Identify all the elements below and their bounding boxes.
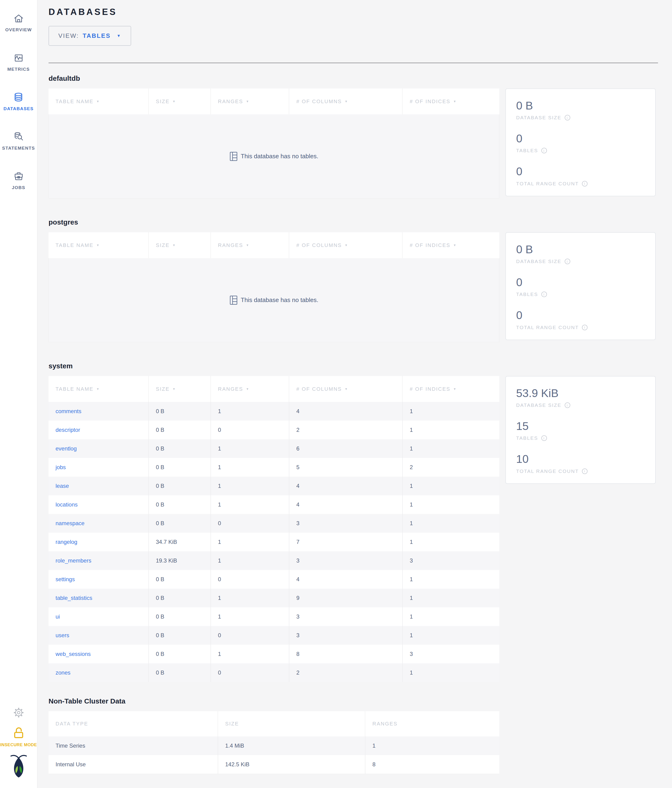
info-icon[interactable]	[582, 325, 588, 330]
table-name-link[interactable]: table_statistics	[55, 595, 92, 601]
size-cell: 0 B	[149, 477, 211, 495]
home-icon	[13, 13, 24, 24]
info-icon[interactable]	[541, 148, 547, 153]
no-tables-icon	[230, 151, 238, 161]
tables-table: TABLE NAME SIZE RANGES # OF COLUMNS # OF…	[49, 89, 499, 199]
table-name-link[interactable]: web_sessions	[55, 651, 91, 657]
table-name-cell: role_members	[49, 551, 149, 570]
table-name-link[interactable]: eventlog	[55, 445, 77, 452]
cockroachdb-logo[interactable]	[10, 755, 28, 778]
num-columns-cell: 3	[289, 551, 403, 570]
size-cell: 0 B	[149, 589, 211, 607]
table-name-link[interactable]: lease	[55, 483, 69, 489]
column-header-table-name[interactable]: TABLE NAME	[49, 89, 149, 114]
table-row: namespace 0 B 0 3 1	[49, 514, 499, 533]
table-name-link[interactable]: namespace	[55, 520, 84, 527]
info-icon[interactable]	[582, 181, 588, 186]
sidebar: OVERVIEW METRICS DATABASES	[0, 0, 37, 788]
info-icon[interactable]	[565, 402, 570, 408]
column-header-size[interactable]: SIZE	[149, 376, 211, 402]
column-header-num-indices[interactable]: # OF INDICES	[403, 376, 499, 402]
size-cell: 0 B	[149, 626, 211, 645]
stat-label: DATABASE SIZE	[516, 402, 561, 408]
database-name-heading: system	[49, 362, 658, 370]
size-cell: 0 B	[149, 421, 211, 439]
num-columns-cell: 9	[289, 589, 403, 607]
table-row: jobs 0 B 1 5 2	[49, 458, 499, 477]
column-header-ranges: RANGES	[365, 711, 499, 736]
num-columns-cell: 6	[289, 439, 403, 458]
num-indices-cell: 1	[403, 439, 499, 458]
stat-total-range-count: 0 TOTAL RANGE COUNT	[516, 165, 645, 186]
column-header-size[interactable]: SIZE	[149, 232, 211, 258]
sidebar-item-databases[interactable]: DATABASES	[3, 92, 33, 111]
num-columns-cell: 2	[289, 663, 403, 682]
size-cell: 0 B	[149, 645, 211, 663]
column-header-num-columns[interactable]: # OF COLUMNS	[289, 376, 403, 402]
table-name-link[interactable]: zones	[55, 669, 70, 676]
statements-icon	[13, 131, 24, 142]
sort-caret-icon	[345, 387, 348, 391]
settings-gear-icon[interactable]	[13, 707, 25, 720]
stat-tables: 0 TABLES	[516, 276, 645, 297]
sidebar-item-statements[interactable]: STATEMENTS	[2, 131, 35, 151]
info-icon[interactable]	[541, 435, 547, 441]
non-table-heading: Non-Table Cluster Data	[49, 697, 658, 705]
table-name-cell: jobs	[49, 458, 149, 477]
info-icon[interactable]	[565, 115, 570, 121]
ranges-cell: 0	[211, 421, 289, 439]
table-row: lease 0 B 1 4 1	[49, 477, 499, 495]
sort-caret-icon	[173, 243, 176, 247]
num-indices-cell: 1	[403, 514, 499, 533]
stat-label: TOTAL RANGE COUNT	[516, 469, 578, 474]
num-indices-cell: 1	[403, 402, 499, 421]
stats-card: 0 B DATABASE SIZE 0 TABLES 0 TOTAL RANGE…	[506, 232, 656, 340]
system-tables-body: comments 0 B 1 4 1 descriptor 0 B 0 2 1	[49, 402, 499, 682]
table-name-link[interactable]: ui	[55, 613, 60, 620]
column-header-num-columns[interactable]: # OF COLUMNS	[289, 232, 403, 258]
sidebar-item-metrics[interactable]: METRICS	[8, 52, 30, 72]
column-header-ranges[interactable]: RANGES	[211, 232, 289, 258]
column-header-table-name[interactable]: TABLE NAME	[49, 232, 149, 258]
stat-value: 0	[516, 309, 645, 322]
column-header-table-name[interactable]: TABLE NAME	[49, 376, 149, 402]
table-name-link[interactable]: settings	[55, 576, 75, 583]
column-header-ranges[interactable]: RANGES	[211, 89, 289, 114]
stat-value: 15	[516, 420, 645, 432]
table-name-link[interactable]: jobs	[55, 464, 66, 470]
num-columns-cell: 3	[289, 626, 403, 645]
table-row: zones 0 B 0 2 1	[49, 663, 499, 682]
table-name-cell: locations	[49, 495, 149, 514]
sidebar-item-label: JOBS	[12, 185, 25, 190]
stat-tables: 0 TABLES	[516, 132, 645, 153]
info-icon[interactable]	[565, 259, 570, 264]
ranges-cell: 0	[211, 514, 289, 533]
column-header-num-indices[interactable]: # OF INDICES	[403, 232, 499, 258]
column-header-ranges[interactable]: RANGES	[211, 376, 289, 402]
stat-database-size: 0 B DATABASE SIZE	[516, 243, 645, 264]
info-icon[interactable]	[541, 292, 547, 297]
table-row: web_sessions 0 B 1 8 3	[49, 645, 499, 663]
ranges-cell: 1	[211, 439, 289, 458]
table-name-link[interactable]: locations	[55, 501, 78, 508]
table-name-link[interactable]: rangelog	[55, 539, 77, 545]
column-header-num-columns[interactable]: # OF COLUMNS	[289, 89, 403, 114]
size-cell: 0 B	[149, 495, 211, 514]
tables-table: TABLE NAME SIZE RANGES # OF COLUMNS # OF…	[49, 376, 499, 682]
stat-total-range-count: 0 TOTAL RANGE COUNT	[516, 309, 645, 330]
column-header-num-indices[interactable]: # OF INDICES	[403, 89, 499, 114]
table-name-link[interactable]: comments	[55, 408, 81, 415]
no-tables-icon	[230, 295, 238, 305]
table-name-link[interactable]: descriptor	[55, 427, 80, 433]
table-name-link[interactable]: role_members	[55, 558, 91, 564]
view-dropdown[interactable]: VIEW: TABLES	[49, 26, 131, 46]
table-name-cell: eventlog	[49, 439, 149, 458]
num-indices-cell: 1	[403, 477, 499, 495]
sidebar-item-jobs[interactable]: JOBS	[12, 171, 25, 190]
info-icon[interactable]	[582, 469, 588, 474]
num-columns-cell: 3	[289, 514, 403, 533]
insecure-mode-indicator[interactable]: INSECURE MODE	[0, 726, 37, 747]
sidebar-item-overview[interactable]: OVERVIEW	[5, 13, 32, 32]
column-header-size[interactable]: SIZE	[149, 89, 211, 114]
table-name-link[interactable]: users	[55, 632, 69, 639]
